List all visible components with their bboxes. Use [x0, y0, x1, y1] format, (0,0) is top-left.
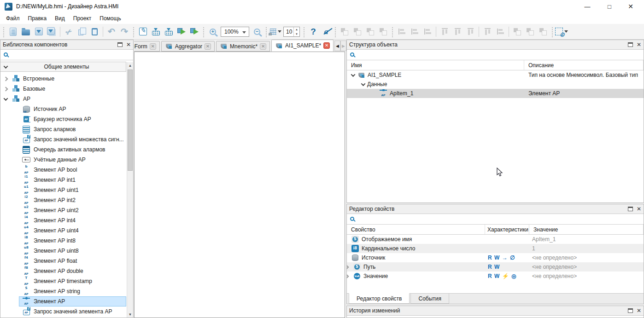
tab-close-icon[interactable]: ✕ [260, 43, 266, 50]
new-file-button[interactable] [6, 25, 19, 38]
float-pane-icon[interactable] [628, 207, 633, 211]
close-pane-icon[interactable]: ✕ [637, 42, 641, 47]
tree-item[interactable]: u4 Элемент АР uint4 [0, 225, 126, 236]
property-row[interactable]: Значение R W ⚡ ◎ <не определено> [347, 272, 644, 281]
structure-row[interactable]: Данные [347, 80, 644, 89]
tab-close-icon[interactable]: ✕ [323, 42, 330, 49]
tree-item[interactable]: Очередь активных алармов [0, 145, 126, 155]
expand-chevron-icon[interactable] [4, 96, 8, 101]
tree-item[interactable]: Учётные данные АР [0, 155, 126, 165]
tree-item[interactable]: u2 Элемент АР uint2 [0, 205, 126, 215]
structure-row[interactable]: AI1_SAMPLE Тип на основе Мнемосимвол. Ба… [347, 70, 644, 80]
document-tab[interactable]: Mnemonic* ✕ [216, 41, 270, 52]
help-button[interactable]: ? [307, 25, 320, 38]
tree-item[interactable]: u1 Элемент АР uint1 [0, 185, 126, 195]
toolbar-handle[interactable] [2, 26, 5, 37]
expand-chevron-icon[interactable] [346, 274, 349, 278]
document-tab[interactable]: Aggregator ✕ [161, 41, 215, 52]
float-pane-icon[interactable] [628, 42, 633, 47]
scrollbar-thumb[interactable] [128, 69, 133, 171]
import-list-button[interactable] [162, 25, 175, 38]
design-canvas[interactable] [134, 52, 345, 318]
copy-button[interactable] [75, 25, 88, 38]
library-scrollbar[interactable]: ▲ ▼ [127, 62, 133, 318]
import-button[interactable] [149, 25, 162, 38]
menu-item[interactable]: Файл [2, 14, 24, 23]
tree-item[interactable]: i8 Элемент АР int8 [0, 236, 126, 246]
property-value[interactable]: 1 [529, 245, 644, 252]
property-row[interactable]: Кардинальное число 1 [347, 244, 644, 253]
tree-item[interactable]: Запрос значений множества сигн... [0, 134, 126, 145]
tree-item[interactable]: u8 Элемент АР uint8 [0, 246, 126, 256]
property-row[interactable]: Путь R W <не определено> [347, 262, 644, 272]
tree-item[interactable]: T Элемент АР timestamp [0, 276, 126, 286]
bottom-tab[interactable]: Редактор свойств [349, 293, 410, 304]
menu-item[interactable]: Помощь [95, 14, 125, 23]
toolbar-handle[interactable] [202, 26, 205, 37]
document-tab[interactable]: AI1_SAMPLE* ✕ [271, 40, 334, 52]
tree-item[interactable]: i2 Элемент АР int2 [0, 195, 126, 205]
column-value[interactable]: Значение [529, 225, 644, 234]
redo-button[interactable]: ↷ [118, 25, 131, 38]
save-button[interactable] [32, 25, 45, 38]
scroll-up-icon[interactable]: ▲ [127, 62, 133, 69]
tab-scroll-left-icon[interactable]: ◀ [334, 40, 340, 51]
tree-item[interactable]: Встроенные [0, 74, 126, 84]
scroll-down-icon[interactable]: ▼ [127, 311, 133, 318]
close-pane-icon[interactable]: ✕ [637, 206, 641, 212]
expand-chevron-icon[interactable] [361, 81, 366, 86]
tree-item[interactable]: Базовые [0, 84, 126, 94]
toolbar-handle[interactable] [551, 26, 554, 37]
tree-item[interactable]: Запрос алармов [0, 124, 126, 134]
property-value[interactable]: ApItem_1 [529, 236, 644, 243]
document-tab[interactable]: nForm ✕ [134, 41, 160, 52]
tree-item[interactable]: b Элемент АР bool [0, 165, 126, 175]
minimize-button[interactable]: — [577, 0, 598, 13]
tab-close-icon[interactable]: ✕ [150, 43, 156, 50]
property-value[interactable]: <не определено> [529, 264, 644, 270]
tree-item[interactable]: АР [0, 94, 126, 104]
tree-item[interactable]: Источник АР [0, 104, 126, 114]
tree-item[interactable] [0, 317, 126, 318]
structure-row[interactable]: ApItem_1 Элемент АР [347, 89, 644, 98]
expand-chevron-icon[interactable] [351, 72, 356, 77]
properties-search-input[interactable] [357, 215, 644, 223]
toolbar-handle[interactable] [391, 26, 394, 37]
tree-item[interactable]: i4 Элемент АР int4 [0, 215, 126, 225]
zoom-combo[interactable]: 100% [221, 27, 249, 37]
zoom-out-button[interactable] [251, 25, 263, 38]
run-project-button[interactable] [175, 25, 188, 38]
close-button[interactable]: ✕ [620, 0, 641, 13]
tree-item[interactable]: f8 Элемент АР double [0, 266, 126, 276]
spin-down-icon[interactable]: ▼ [294, 32, 299, 36]
library-section-header[interactable]: Общие элементы [0, 62, 126, 72]
save-all-button[interactable] [45, 25, 58, 38]
expand-chevron-icon[interactable] [4, 76, 8, 81]
tree-item[interactable]: Элемент АР [19, 296, 126, 306]
paste-button[interactable] [88, 25, 101, 38]
float-pane-icon[interactable] [117, 42, 123, 47]
column-characteristics[interactable]: Характеристики [485, 225, 529, 234]
menu-item[interactable]: Правка [24, 14, 51, 23]
expand-chevron-icon[interactable] [4, 87, 8, 91]
disable-text-button[interactable]: a [320, 25, 333, 38]
column-property[interactable]: Свойство [347, 225, 485, 234]
bottom-tab[interactable]: События [410, 294, 449, 304]
run-form-button[interactable] [188, 25, 201, 38]
toolbar-handle[interactable] [303, 26, 305, 37]
selection-settings-button[interactable] [555, 25, 568, 38]
grid-toggle-button[interactable] [269, 25, 282, 38]
maximize-button[interactable]: □ [599, 0, 620, 13]
toolbar-handle[interactable] [265, 26, 268, 37]
edit-button[interactable] [136, 25, 149, 38]
menu-item[interactable]: Вид [51, 14, 69, 23]
zoom-in-button[interactable] [206, 25, 219, 38]
tree-item[interactable]: Запрос значений элемента АР [0, 306, 126, 317]
tree-item[interactable]: S Элемент АР string [0, 286, 126, 296]
column-name[interactable]: Имя [347, 60, 524, 70]
open-button[interactable] [19, 25, 32, 38]
undo-button[interactable]: ↶ [105, 25, 118, 38]
property-value[interactable]: <не определено> [529, 254, 644, 261]
library-search-input[interactable] [11, 51, 133, 59]
tree-item[interactable]: f4 Элемент АР float [0, 256, 126, 266]
